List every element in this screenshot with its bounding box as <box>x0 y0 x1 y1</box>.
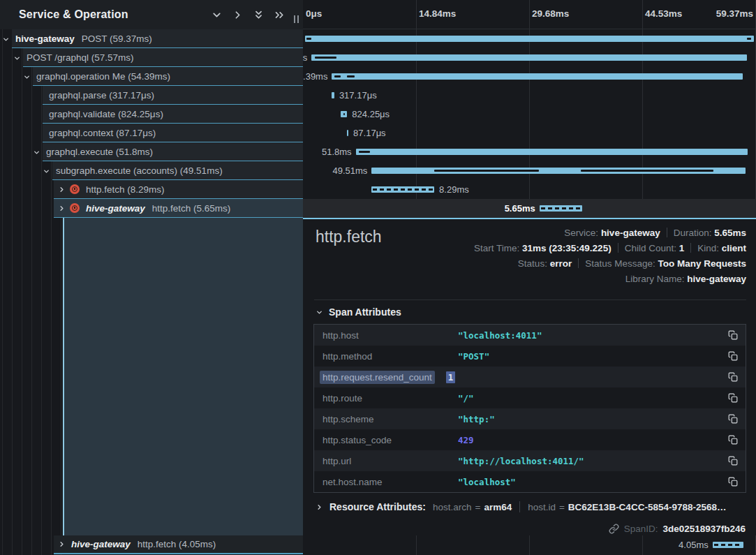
tree-row[interactable]: graphql.parse (317.17μs) <box>43 86 303 105</box>
copy-icon[interactable] <box>728 456 738 466</box>
indent-guide <box>31 29 32 555</box>
span-tree-panel: hive-gatewayPOST (59.37ms)POST /graphql … <box>0 0 303 555</box>
attribute-row[interactable]: http.host"localhost:4011" <box>314 325 746 346</box>
child-span-mark <box>359 151 370 153</box>
collapse-chevron-icon[interactable] <box>2 35 10 45</box>
tree-header-title: Service & Operation <box>0 8 211 21</box>
attribute-row[interactable]: http.method"POST" <box>314 346 746 367</box>
timeline-row: 54.39ms <box>303 67 756 86</box>
tree-row[interactable]: graphql.context (87.17μs) <box>43 124 303 142</box>
attribute-row[interactable]: http.scheme"http:" <box>314 408 746 429</box>
collapse-chevron-icon[interactable] <box>13 54 21 64</box>
tree-row[interactable]: subgraph.execute (accounts) (49.51ms) <box>52 161 303 180</box>
chevron-right-icon[interactable] <box>232 9 244 21</box>
tree-row[interactable]: hive-gatewayhttp.fetch (4.05ms) <box>54 535 303 554</box>
bar-duration-label: 57.57ms <box>303 48 307 67</box>
span-operation-label: graphql.operation Me (54.39ms) <box>36 71 170 82</box>
bar-duration-label: 51.8ms <box>322 142 352 161</box>
bar-duration-label: 54.39ms <box>303 67 327 86</box>
indent-guide <box>2 29 3 555</box>
attribute-row[interactable]: http.request.resend_count1 <box>314 367 746 387</box>
link-icon[interactable] <box>609 524 619 534</box>
expand-chevron-icon[interactable] <box>316 503 323 511</box>
copy-icon[interactable] <box>728 330 738 340</box>
meta-label: Library Name: <box>625 274 688 284</box>
span-operation-label: http.fetch (8.29ms) <box>86 184 165 195</box>
selected-span-expanded-area[interactable] <box>63 218 303 535</box>
copy-icon[interactable] <box>728 351 738 361</box>
copy-icon[interactable] <box>728 372 738 382</box>
span-service-name: hive-gateway <box>15 34 75 44</box>
attribute-key: http.request.resend_count <box>320 371 435 384</box>
child-span-mark <box>347 75 355 77</box>
span-duration-bar[interactable] <box>305 36 754 42</box>
timeline-gridline <box>529 535 530 555</box>
detail-meta-line: Start Time: 31ms (23:35:49.225)Child Cou… <box>474 241 746 256</box>
attribute-key: net.host.name <box>323 477 458 487</box>
tree-row[interactable]: hive-gatewayhttp.fetch (5.65ms) <box>54 199 303 218</box>
attribute-key: http.method <box>323 351 458 362</box>
resource-attributes-heading[interactable]: Resource Attributes: <box>329 501 426 512</box>
copy-icon[interactable] <box>728 393 738 403</box>
tree-row[interactable]: graphql.execute (51.8ms) <box>43 142 303 161</box>
span-duration-bar[interactable] <box>332 73 743 80</box>
span-duration-bar[interactable] <box>540 205 582 212</box>
resource-value: BC62E13B-C4CC-5854-9788-2568… <box>568 502 727 512</box>
indent-guide <box>12 29 13 555</box>
axis-tick: 29.68ms <box>532 8 569 19</box>
bar-duration-label: 824.25μs <box>352 105 390 124</box>
meta-value: Too Many Requests <box>658 258 746 269</box>
copy-icon[interactable] <box>728 477 738 487</box>
span-operation-label: graphql.execute (51.8ms) <box>46 147 153 157</box>
indent-guide <box>41 29 42 555</box>
timeline-gridline <box>642 535 643 555</box>
tree-header: Service & Operation <box>0 0 303 29</box>
expand-chevron-icon[interactable] <box>58 540 66 548</box>
attribute-value: "localhost" <box>458 477 516 487</box>
bar-duration-label: 87.17μs <box>353 124 386 142</box>
span-operation-label: POST (59.37ms) <box>82 34 152 44</box>
expand-chevron-icon[interactable] <box>58 205 66 212</box>
collapse-chevron-icon[interactable] <box>43 167 50 177</box>
span-duration-bar[interactable] <box>347 130 348 136</box>
chevron-down-icon[interactable] <box>211 9 223 21</box>
chevrons-down-icon[interactable] <box>253 9 265 21</box>
span-duration-bar[interactable] <box>332 92 334 98</box>
collapse-chevron-icon[interactable] <box>23 73 31 83</box>
tree-row[interactable]: graphql.validate (824.25μs) <box>43 105 303 124</box>
child-span-mark <box>315 57 336 59</box>
span-service-name: hive-gateway <box>71 539 131 549</box>
attribute-row[interactable]: http.url"http://localhost:4011/" <box>314 450 746 471</box>
axis-tick: 59.37ms <box>716 8 753 19</box>
error-icon <box>70 203 80 213</box>
chevrons-right-icon[interactable] <box>274 9 286 21</box>
tree-row[interactable]: POST /graphql (57.57ms) <box>23 48 303 67</box>
tree-row[interactable]: graphql.operation Me (54.39ms) <box>33 67 303 86</box>
meta-label: Service: <box>564 228 601 238</box>
collapse-chevron-icon[interactable] <box>33 148 40 158</box>
tree-row[interactable]: hive-gatewayPOST (59.37ms) <box>12 29 303 48</box>
span-duration-bar[interactable] <box>311 54 746 61</box>
span-id-label: SpanID: <box>624 524 658 534</box>
panel-resize-handle[interactable] <box>294 15 299 23</box>
attribute-row[interactable]: http.status_code429 <box>314 429 746 450</box>
attribute-row[interactable]: http.route"/" <box>314 387 746 408</box>
span-attributes-toggle[interactable]: Span Attributes <box>316 306 401 318</box>
span-duration-bar[interactable] <box>341 111 347 117</box>
span-duration-bar[interactable] <box>371 168 746 174</box>
copy-icon[interactable] <box>728 435 738 445</box>
attribute-row[interactable]: net.host.name"localhost" <box>314 471 746 492</box>
timeline-panel: 0μs 14.84ms 29.68ms 44.53ms 59.37ms 57.5… <box>303 0 756 555</box>
meta-value: client <box>722 243 746 253</box>
axis-tick: 14.84ms <box>419 8 456 19</box>
span-id-row: SpanID: 3de02518937fb246 <box>609 524 746 534</box>
tree-row[interactable]: http.fetch (8.29ms) <box>54 180 303 199</box>
span-duration-bar[interactable] <box>713 542 743 548</box>
meta-label: Start Time: <box>474 243 522 253</box>
copy-icon[interactable] <box>728 414 738 424</box>
span-duration-bar[interactable] <box>356 149 748 155</box>
meta-value: 5.65ms <box>714 228 746 238</box>
meta-label: Status Message: <box>585 258 658 269</box>
span-duration-bar[interactable] <box>371 186 434 193</box>
expand-chevron-icon[interactable] <box>58 186 66 193</box>
